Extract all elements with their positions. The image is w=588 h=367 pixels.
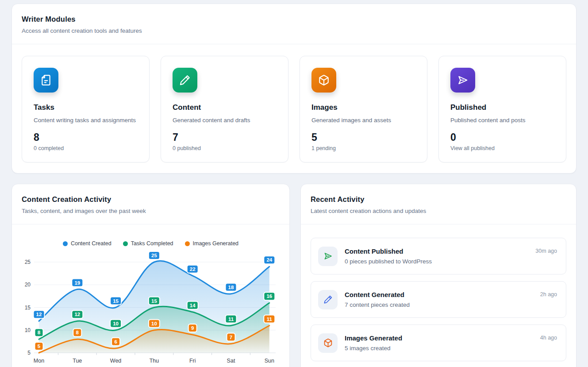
module-title: Content [173,103,277,112]
modules-row: Tasks Content writing tasks and assignme… [12,44,576,174]
legend-item-tasks-completed[interactable]: Tasks Completed [123,240,173,247]
activity-icon-tile [318,247,338,266]
y-axis-tick-label: 10 [25,327,31,333]
send-icon [323,251,333,261]
activity-timestamp: 30m ago [535,248,557,254]
module-stat-value: 0 [450,131,554,143]
activity-card-images-generated[interactable]: Images Generated 5 images created 4h ago [311,325,566,361]
data-label-value: 8 [38,330,41,335]
module-icon-tile [34,68,58,93]
activity-title: Images Generated [345,334,540,342]
data-label-value: 5 [38,344,41,349]
activity-text: Images Generated 5 images created [345,334,540,352]
activity-description: 7 content pieces created [345,301,540,308]
legend-dot [185,241,190,246]
module-stat-label: View all published [450,145,554,151]
module-stat-value: 5 [311,131,415,143]
module-title: Published [450,103,554,112]
chart-panel-header: Content Creation Activity Tasks, content… [12,184,289,224]
module-stat-value: 7 [173,131,277,143]
send-icon [457,74,469,86]
file-text-icon [40,74,52,86]
legend-label: Images Generated [193,240,239,247]
y-axis-tick-label: 15 [25,305,31,311]
data-label-value: 14 [190,303,196,308]
module-card-tasks[interactable]: Tasks Content writing tasks and assignme… [22,56,150,162]
module-icon-tile [450,68,475,93]
activity-timestamp: 4h ago [540,335,557,341]
data-label-value: 24 [266,257,272,263]
activity-card-content-generated[interactable]: Content Generated 7 content pieces creat… [311,281,566,318]
recent-activity-panel: Recent Activity Latest content creation … [300,184,576,367]
activity-icon-tile [318,290,338,309]
writer-modules-panel: Writer Modules Access all content creati… [12,4,576,174]
x-axis-tick-label: Sun [265,358,274,364]
data-label-value: 16 [266,294,272,299]
module-card-content[interactable]: Content Generated content and drafts 7 0… [161,56,288,162]
recent-activity-header: Recent Activity Latest content creation … [301,184,576,224]
activity-timestamp: 2h ago [540,291,557,297]
legend-item-content-created[interactable]: Content Created [63,240,111,247]
x-axis-tick-label: Fri [189,358,196,364]
pencil-icon [323,295,333,304]
data-label-value: 18 [228,285,234,290]
module-stat-value: 8 [34,131,138,143]
module-card-published[interactable]: Published Published content and posts 0 … [438,56,566,162]
recent-activity-subtitle: Latest content creation actions and upda… [311,208,566,214]
data-label-value: 19 [74,280,80,286]
chart-panel-subtitle: Tasks, content, and images over the past… [22,208,280,214]
y-axis-tick-label: 25 [25,259,31,265]
writer-modules-header: Writer Modules Access all content creati… [12,4,576,44]
module-stat-label: 1 pending [311,145,415,151]
data-label-value: 8 [76,330,79,335]
data-label-value: 12 [36,312,42,317]
data-label-value: 10 [113,321,119,326]
chart-legend: Content CreatedTasks CompletedImages Gen… [12,240,289,247]
x-axis-tick-label: Mon [34,358,44,364]
data-label-value: 10 [151,321,157,326]
module-description: Content writing tasks and assignments [34,117,138,124]
data-label-value: 15 [151,298,157,304]
module-title: Images [311,103,415,112]
activity-title: Content Published [345,247,535,255]
activity-description: 5 images created [345,345,540,352]
data-label-value: 9 [191,325,194,331]
legend-dot [123,241,128,246]
module-description: Published content and posts [450,117,554,124]
data-label-value: 11 [228,317,234,322]
legend-dot [63,241,68,246]
chart-panel-title: Content Creation Activity [22,195,280,204]
activity-list: Content Published 0 pieces published to … [301,224,576,367]
y-axis-tick-label: 5 [27,350,31,356]
data-label-value: 12 [74,312,80,317]
activity-card-content-published[interactable]: Content Published 0 pieces published to … [311,238,566,274]
activity-icon-tile [318,333,338,353]
x-axis-tick-label: Wed [110,358,122,364]
activity-chart: 510152025MonTueWedThuFriSatSun1219152522… [12,224,289,367]
pencil-icon [179,74,191,86]
recent-activity-title: Recent Activity [311,195,566,204]
legend-label: Tasks Completed [131,240,173,247]
data-label-value: 15 [113,298,119,304]
module-icon-tile [311,68,336,93]
cube-icon [318,74,330,86]
x-axis-tick-label: Thu [150,358,159,364]
module-title: Tasks [34,103,138,112]
activity-title: Content Generated [345,291,540,298]
module-description: Generated images and assets [311,117,415,124]
data-label-value: 7 [230,335,232,340]
module-card-images[interactable]: Images Generated images and assets 5 1 p… [300,56,427,162]
x-axis-tick-label: Tue [73,358,82,364]
module-stat-label: 0 completed [34,145,138,151]
module-stat-label: 0 published [173,145,277,151]
writer-modules-subtitle: Access all content creation tools and fe… [22,27,566,34]
data-label-value: 25 [151,253,157,258]
activity-text: Content Generated 7 content pieces creat… [345,291,540,308]
module-description: Generated content and drafts [173,117,277,124]
activity-description: 0 pieces published to WordPress [345,258,535,265]
cube-icon [323,338,333,348]
writer-modules-title: Writer Modules [22,15,566,23]
activity-text: Content Published 0 pieces published to … [345,247,535,265]
y-axis-tick-label: 20 [25,282,31,288]
legend-item-images-generated[interactable]: Images Generated [185,240,239,247]
